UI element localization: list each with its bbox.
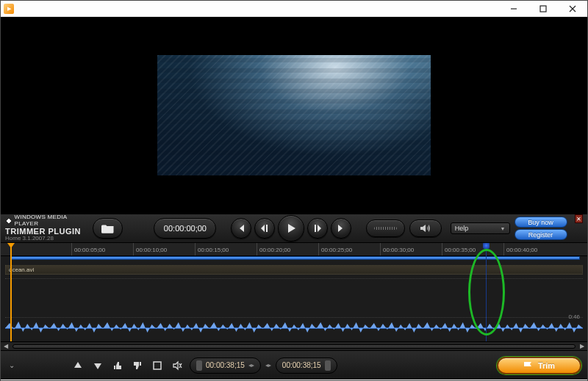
app-icon — [4, 4, 14, 14]
ruler-tick: 00:00:10;00 — [133, 243, 167, 255]
timecode-display: 00:00:00;00 — [154, 218, 216, 239]
in-tc-value: 00:00:38;15 — [206, 361, 245, 369]
buy-now-button[interactable]: Buy now — [514, 217, 567, 228]
scrollbar-thumb[interactable] — [12, 344, 576, 349]
timeline-ruler[interactable]: 00:00:05;00 00:00:10;00 00:00:15;00 00:0… — [1, 243, 587, 256]
buy-now-label: Buy now — [528, 219, 553, 226]
speed-slider[interactable] — [366, 219, 405, 237]
knob-icon — [196, 360, 202, 371]
flag-icon — [523, 361, 534, 370]
ruler-tick: 00:00:05;00 — [71, 243, 105, 255]
panel-close-button[interactable]: ✕ — [575, 214, 583, 223]
out-tc-value: 00:00:38;15 — [282, 361, 321, 369]
svg-rect-2 — [154, 362, 161, 369]
clip-label-track: ocean.avi — [5, 265, 583, 275]
ruler-tick: 00:00:15;00 — [195, 243, 229, 255]
help-label: Help — [455, 225, 469, 232]
minimize-button[interactable] — [499, 1, 528, 17]
step-forward-button[interactable] — [307, 218, 328, 239]
window-titlebar — [1, 1, 587, 17]
step-back-button[interactable] — [254, 218, 275, 239]
close-button[interactable] — [558, 1, 587, 17]
next-button[interactable] — [331, 218, 351, 239]
video-preview-area — [1, 17, 587, 214]
timecode-value: 00:00:00;00 — [164, 224, 207, 233]
timeline-scrollbar[interactable]: ◀ ▶ — [1, 341, 587, 350]
in-point-line — [10, 243, 12, 341]
thumb-up-button[interactable] — [110, 358, 126, 374]
brand-text: WINDOWS MEDIA PLAYER — [5, 214, 88, 228]
crop-button[interactable] — [149, 358, 165, 374]
mute-button[interactable] — [169, 358, 185, 374]
open-file-button[interactable] — [93, 218, 123, 239]
video-track[interactable] — [5, 278, 583, 318]
playhead[interactable] — [486, 243, 487, 341]
footer-bar: ⌄ 00:00:38;15 ◂▸ ◂▸ 00:00:38;15 Trim — [1, 350, 587, 380]
link-icon: ◂▸ — [265, 362, 271, 369]
trim-label: Trim — [538, 361, 555, 370]
expand-chevron-icon[interactable]: ⌄ — [7, 361, 17, 369]
control-strip: WINDOWS MEDIA PLAYER TRIMMER PLUGIN Home… — [1, 214, 587, 243]
ruler-tick: 00:00:25;00 — [318, 243, 352, 255]
timeline-area[interactable]: 00:00:05;00 00:00:10;00 00:00:15;00 00:0… — [1, 243, 587, 341]
trim-button[interactable]: Trim — [497, 357, 581, 374]
step-icon: ◂▸ — [248, 362, 254, 369]
maximize-button[interactable] — [528, 1, 558, 17]
plugin-title-block: WINDOWS MEDIA PLAYER TRIMMER PLUGIN Home… — [5, 214, 88, 242]
volume-icon — [420, 224, 431, 233]
volume-control[interactable] — [409, 219, 441, 237]
register-label: Register — [528, 231, 553, 239]
scroll-left-icon[interactable]: ◀ — [4, 343, 8, 349]
mark-in-up-button[interactable] — [70, 358, 86, 374]
ruler-tick: 00:00:40;00 — [503, 243, 537, 255]
ruler-tick: 00:00:20;00 — [257, 243, 290, 255]
thumb-down-button[interactable] — [129, 358, 146, 374]
video-frame — [157, 55, 431, 175]
clip-name: ocean.avi — [9, 266, 34, 273]
ruler-tick: 00:00:35;00 — [442, 243, 476, 255]
out-timecode-display[interactable]: 00:00:38;15 — [276, 358, 337, 374]
in-timecode-display[interactable]: 00:00:38;15 ◂▸ — [190, 358, 261, 374]
mark-in-down-button[interactable] — [90, 358, 106, 374]
selection-range[interactable] — [11, 256, 580, 260]
svg-rect-0 — [540, 6, 546, 12]
register-button[interactable]: Register — [514, 229, 567, 240]
chevron-down-icon: ▼ — [501, 226, 506, 231]
knob-icon — [325, 360, 331, 371]
scroll-right-icon[interactable]: ▶ — [580, 343, 584, 349]
audio-waveform[interactable] — [5, 319, 583, 337]
prev-button[interactable] — [231, 218, 251, 239]
ruler-tick: 00:00:30;00 — [380, 243, 414, 255]
play-button[interactable] — [278, 215, 304, 242]
version-text: Home 3.1.2007.28 — [5, 236, 88, 242]
help-dropdown[interactable]: Help ▼ — [451, 222, 510, 234]
